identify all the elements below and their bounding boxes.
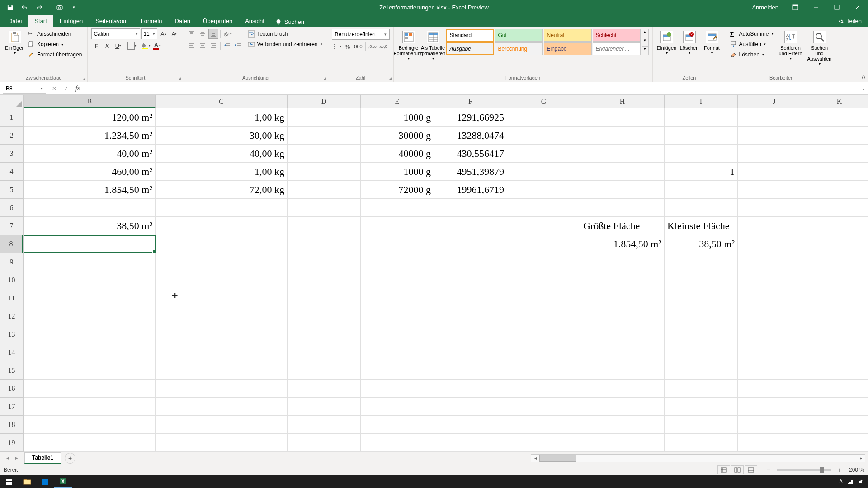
row-header-11[interactable]: 11 [0, 289, 23, 307]
row-header-18[interactable]: 18 [0, 416, 23, 434]
row-header-13[interactable]: 13 [0, 325, 23, 343]
fill-button[interactable]: Ausfüllen▾ [730, 39, 775, 49]
row-header-6[interactable]: 6 [0, 199, 23, 217]
cell-H4[interactable] [580, 163, 665, 181]
cell-G5[interactable] [507, 181, 580, 199]
cell-J7[interactable] [738, 217, 811, 235]
format-painter-button[interactable]: Format übertragen [28, 50, 84, 60]
cell-F1[interactable]: 1291,66925 [434, 108, 507, 127]
cell-F9[interactable] [434, 253, 507, 271]
cell-K17[interactable] [811, 398, 868, 416]
cell-B9[interactable] [24, 253, 156, 271]
row-header-1[interactable]: 1 [0, 108, 23, 127]
save-icon[interactable] [4, 1, 16, 14]
cell-C15[interactable] [156, 361, 288, 380]
cell-I7[interactable]: Kleinste Fläche [665, 217, 738, 235]
cell-H6[interactable] [580, 199, 665, 217]
tab-start[interactable]: Start [28, 15, 53, 27]
cell-I2[interactable] [665, 127, 738, 145]
style-gut[interactable]: Gut [495, 29, 543, 42]
cell-G7[interactable] [507, 217, 580, 235]
minimize-icon[interactable] [806, 0, 826, 14]
decrease-indent-icon[interactable] [222, 41, 232, 51]
cell-D17[interactable] [288, 398, 361, 416]
cell-G10[interactable] [507, 271, 580, 289]
cell-E2[interactable]: 30000 g [361, 127, 434, 145]
format-as-table-button[interactable]: Als Tabelle formatieren▾ [422, 29, 444, 63]
cell-G6[interactable] [507, 199, 580, 217]
cell-I1[interactable] [665, 108, 738, 127]
cell-J11[interactable] [738, 289, 811, 307]
signin-button[interactable]: Anmelden [745, 0, 785, 14]
zoom-level[interactable]: 200 % [846, 467, 864, 473]
increase-decimal-icon[interactable]: ,0,00 [368, 42, 377, 52]
col-header-G[interactable]: G [507, 95, 580, 108]
cell-F13[interactable] [434, 325, 507, 343]
col-header-I[interactable]: I [665, 95, 738, 108]
row-header-8[interactable]: 8 [0, 235, 23, 253]
merge-center-button[interactable]: Verbinden und zentrieren▾ [248, 39, 324, 49]
cell-I9[interactable] [665, 253, 738, 271]
cell-H5[interactable] [580, 181, 665, 199]
row-header-7[interactable]: 7 [0, 217, 23, 235]
cell-B18[interactable] [24, 416, 156, 434]
cell-D19[interactable] [288, 434, 361, 452]
tray-chevron-icon[interactable]: ᐱ [839, 479, 843, 485]
cell-C7[interactable] [156, 217, 288, 235]
view-page-break-icon[interactable] [745, 465, 757, 474]
row-header-14[interactable]: 14 [0, 343, 23, 361]
cell-G4[interactable] [507, 163, 580, 181]
cell-J16[interactable] [738, 380, 811, 398]
cell-J18[interactable] [738, 416, 811, 434]
col-header-B[interactable]: B [24, 95, 156, 108]
cell-H12[interactable] [580, 307, 665, 325]
cancel-formula-icon[interactable]: ✕ [49, 84, 60, 94]
cell-G19[interactable] [507, 434, 580, 452]
cell-E5[interactable]: 72000 g [361, 181, 434, 199]
formula-input[interactable] [86, 84, 859, 94]
cell-D7[interactable] [288, 217, 361, 235]
cell-K18[interactable] [811, 416, 868, 434]
cell-B5[interactable]: 1.854,50 m² [24, 181, 156, 199]
cell-K2[interactable] [811, 127, 868, 145]
cell-C6[interactable] [156, 199, 288, 217]
cell-K3[interactable] [811, 145, 868, 163]
zoom-out-icon[interactable]: − [765, 466, 772, 474]
cell-G8[interactable] [507, 235, 580, 253]
cell-E3[interactable]: 40000 g [361, 145, 434, 163]
cell-K12[interactable] [811, 307, 868, 325]
cell-E8[interactable] [361, 235, 434, 253]
ribbon-display-icon[interactable] [785, 0, 806, 14]
dialog-launcher-icon[interactable]: ◢ [82, 76, 85, 81]
cell-F19[interactable] [434, 434, 507, 452]
cell-I17[interactable] [665, 398, 738, 416]
cell-J13[interactable] [738, 325, 811, 343]
cell-H2[interactable] [580, 127, 665, 145]
cell-J9[interactable] [738, 253, 811, 271]
cell-F3[interactable]: 430,556417 [434, 145, 507, 163]
cell-B16[interactable] [24, 380, 156, 398]
cell-F12[interactable] [434, 307, 507, 325]
decrease-decimal-icon[interactable]: ,00,0 [378, 42, 388, 52]
cell-I5[interactable] [665, 181, 738, 199]
cell-G12[interactable] [507, 307, 580, 325]
taskbar-app-icon[interactable] [36, 475, 54, 488]
row-header-12[interactable]: 12 [0, 307, 23, 325]
cell-K4[interactable] [811, 163, 868, 181]
cell-H9[interactable] [580, 253, 665, 271]
cell-K6[interactable] [811, 199, 868, 217]
cell-F15[interactable] [434, 361, 507, 380]
accounting-format-icon[interactable]: ₿▾ [332, 42, 342, 52]
cell-E15[interactable] [361, 361, 434, 380]
cell-D13[interactable] [288, 325, 361, 343]
fx-icon[interactable]: fx [72, 84, 83, 94]
italic-icon[interactable]: K [102, 41, 112, 51]
cell-H11[interactable] [580, 289, 665, 307]
cell-F6[interactable] [434, 199, 507, 217]
cell-J4[interactable] [738, 163, 811, 181]
collapse-ribbon-icon[interactable]: ᐱ [862, 74, 865, 80]
dialog-launcher-icon[interactable]: ◢ [388, 76, 392, 81]
cell-B4[interactable]: 460,00 m² [24, 163, 156, 181]
cell-B19[interactable] [24, 434, 156, 452]
wrap-text-button[interactable]: Textumbruch [248, 29, 324, 39]
